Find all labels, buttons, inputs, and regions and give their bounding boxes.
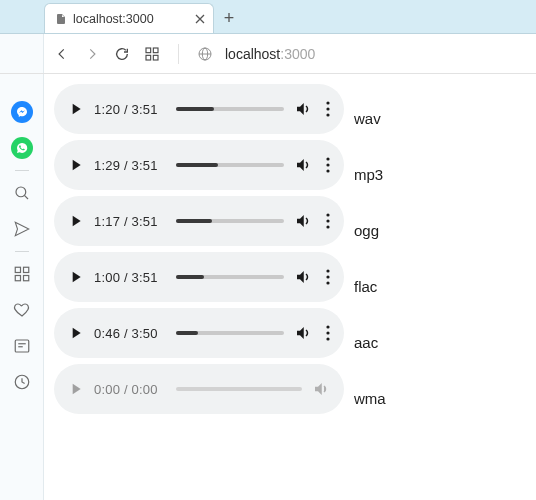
address-bar[interactable]: localhost:3000 xyxy=(197,46,315,62)
more-icon[interactable] xyxy=(326,101,330,117)
svg-point-32 xyxy=(326,331,329,334)
audio-player[interactable]: 0:00 / 0:00 xyxy=(54,364,344,414)
play-icon[interactable] xyxy=(68,101,84,117)
svg-point-31 xyxy=(326,325,329,328)
format-label: ogg xyxy=(354,222,379,239)
more-icon[interactable] xyxy=(326,157,330,173)
forward-button[interactable] xyxy=(84,46,100,62)
volume-icon[interactable] xyxy=(312,380,330,398)
audio-row: 1:20 / 3:51wav xyxy=(54,84,536,134)
more-icon[interactable] xyxy=(326,269,330,285)
toolbar-separator xyxy=(178,44,179,64)
svg-rect-14 xyxy=(146,55,151,60)
svg-point-24 xyxy=(326,169,329,172)
audio-row: 1:00 / 3:51flac xyxy=(54,252,536,302)
audio-player[interactable]: 1:20 / 3:51 xyxy=(54,84,344,134)
volume-icon[interactable] xyxy=(294,156,312,174)
seek-bar[interactable] xyxy=(176,387,302,391)
time-display: 1:00 / 3:51 xyxy=(94,270,166,285)
play-icon[interactable] xyxy=(68,269,84,285)
svg-rect-12 xyxy=(146,48,151,53)
time-display: 1:20 / 3:51 xyxy=(94,102,166,117)
more-icon[interactable] xyxy=(326,213,330,229)
play-icon[interactable] xyxy=(68,325,84,341)
svg-point-20 xyxy=(326,107,329,110)
format-label: wma xyxy=(354,390,386,407)
tab-title: localhost:3000 xyxy=(73,12,154,26)
time-display: 0:00 / 0:00 xyxy=(94,382,166,397)
svg-point-23 xyxy=(326,163,329,166)
seek-bar[interactable] xyxy=(176,163,284,167)
audio-row: 0:46 / 3:50aac xyxy=(54,308,536,358)
audio-row: 1:29 / 3:51mp3 xyxy=(54,140,536,190)
format-label: wav xyxy=(354,110,381,127)
svg-point-21 xyxy=(326,113,329,116)
format-label: aac xyxy=(354,334,378,351)
speed-dial-toolbar-icon[interactable] xyxy=(144,46,160,62)
audio-player[interactable]: 0:46 / 3:50 xyxy=(54,308,344,358)
svg-point-33 xyxy=(326,337,329,340)
svg-point-25 xyxy=(326,213,329,216)
page-content: 1:20 / 3:51wav1:29 / 3:51mp31:17 / 3:51o… xyxy=(0,74,536,414)
volume-icon[interactable] xyxy=(294,324,312,342)
close-icon[interactable] xyxy=(195,14,205,24)
address-text: localhost:3000 xyxy=(225,46,315,62)
tab-strip: localhost:3000 + xyxy=(0,0,536,34)
time-display: 1:29 / 3:51 xyxy=(94,158,166,173)
svg-rect-13 xyxy=(153,48,158,53)
file-icon xyxy=(55,12,67,26)
reload-button[interactable] xyxy=(114,46,130,62)
address-domain: localhost xyxy=(225,46,280,62)
format-label: flac xyxy=(354,278,377,295)
audio-player[interactable]: 1:17 / 3:51 xyxy=(54,196,344,246)
audio-player[interactable]: 1:29 / 3:51 xyxy=(54,140,344,190)
play-icon[interactable] xyxy=(68,157,84,173)
volume-icon[interactable] xyxy=(294,268,312,286)
svg-rect-15 xyxy=(153,55,158,60)
new-tab-button[interactable]: + xyxy=(214,3,244,33)
svg-point-29 xyxy=(326,275,329,278)
svg-point-22 xyxy=(326,157,329,160)
seek-bar[interactable] xyxy=(176,107,284,111)
back-button[interactable] xyxy=(54,46,70,62)
more-icon[interactable] xyxy=(326,325,330,341)
seek-bar[interactable] xyxy=(176,275,284,279)
format-label: mp3 xyxy=(354,166,383,183)
seek-bar[interactable] xyxy=(176,219,284,223)
svg-point-27 xyxy=(326,225,329,228)
browser-toolbar: localhost:3000 xyxy=(0,34,536,74)
play-icon[interactable] xyxy=(68,213,84,229)
time-display: 0:46 / 3:50 xyxy=(94,326,166,341)
address-port: :3000 xyxy=(280,46,315,62)
volume-icon[interactable] xyxy=(294,212,312,230)
time-display: 1:17 / 3:51 xyxy=(94,214,166,229)
volume-icon[interactable] xyxy=(294,100,312,118)
svg-point-30 xyxy=(326,281,329,284)
browser-tab[interactable]: localhost:3000 xyxy=(44,3,214,33)
play-icon[interactable] xyxy=(68,381,84,397)
audio-row: 1:17 / 3:51ogg xyxy=(54,196,536,246)
globe-icon xyxy=(197,46,213,62)
audio-row: 0:00 / 0:00wma xyxy=(54,364,536,414)
svg-point-19 xyxy=(326,101,329,104)
audio-player[interactable]: 1:00 / 3:51 xyxy=(54,252,344,302)
svg-point-26 xyxy=(326,219,329,222)
seek-bar[interactable] xyxy=(176,331,284,335)
svg-point-28 xyxy=(326,269,329,272)
